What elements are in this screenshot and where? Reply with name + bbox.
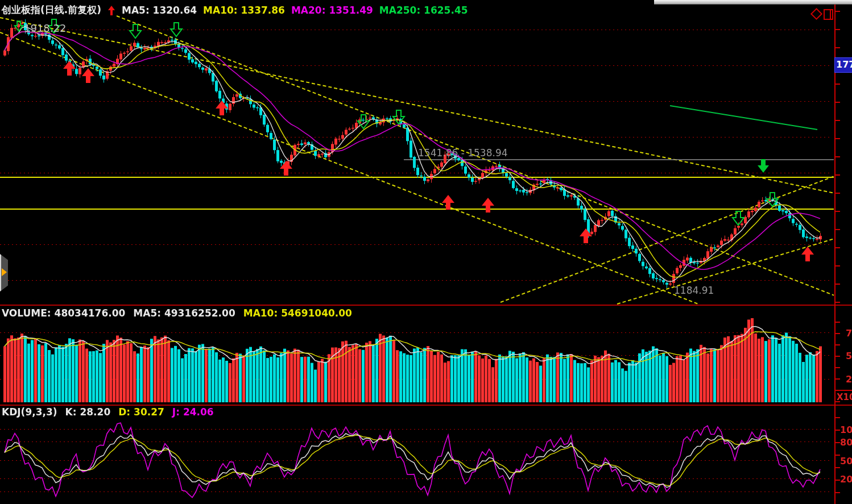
volume-axis-tick-2: 2 <box>846 374 852 385</box>
window-edge-strip <box>654 0 852 5</box>
kdj-axis-tick-100: 100 <box>840 424 852 435</box>
kdj-params: KDJ(9,3,3) <box>2 406 57 418</box>
gap-range-label: 1541.86 - 1538.94 <box>418 147 508 159</box>
kdj-k-value: K: 28.20 <box>65 406 111 418</box>
kdj-axis-tick-20: 20 <box>840 474 852 485</box>
volume-ma5-value: MA5: 49316252.00 <box>133 307 235 319</box>
kdj-axis-tick-80: 80 <box>840 437 852 448</box>
chart-canvas[interactable] <box>0 0 852 504</box>
volume-axis-unit: X10 <box>837 392 852 402</box>
buy-signal-arrow-icon <box>107 6 115 15</box>
tile-windows-icon[interactable] <box>824 9 833 20</box>
ma250-legend: MA250: 1625.45 <box>379 5 468 16</box>
period-high-label: 1918.22 <box>24 22 66 34</box>
price-axis-badge: 177 <box>834 57 852 73</box>
kdj-axis-tick-50: 50 <box>840 456 852 466</box>
kdj-header: KDJ(9,3,3) K: 28.20 D: 30.27 J: 24.06 <box>2 406 214 418</box>
chart-header: 创业板指(日线.前复权) MA5: 1320.64 MA10: 1337.86 … <box>2 3 468 16</box>
trading-terminal-window: 创业板指(日线.前复权) MA5: 1320.64 MA10: 1337.86 … <box>0 0 852 504</box>
expand-arrow-icon <box>2 268 7 276</box>
volume-axis-tick-7: 7 <box>846 328 852 339</box>
kdj-j-value: J: 24.06 <box>172 406 214 418</box>
kdj-d-value: D: 30.27 <box>118 406 164 418</box>
ma20-legend: MA20: 1351.49 <box>291 5 373 16</box>
volume-value: VOLUME: 48034176.00 <box>2 307 125 319</box>
volume-ma10-value: MA10: 54691040.00 <box>243 307 352 319</box>
ma5-legend: MA5: 1320.64 <box>122 5 197 16</box>
volume-header: VOLUME: 48034176.00 MA5: 49316252.00 MA1… <box>2 307 352 319</box>
volume-axis-tick-5: 5 <box>846 351 852 361</box>
expand-sidebar-handle[interactable] <box>0 254 8 291</box>
chart-title: 创业板指(日线.前复权) <box>2 3 101 16</box>
period-low-label: 1184.91 <box>674 285 714 296</box>
ma10-legend: MA10: 1337.86 <box>203 5 285 16</box>
